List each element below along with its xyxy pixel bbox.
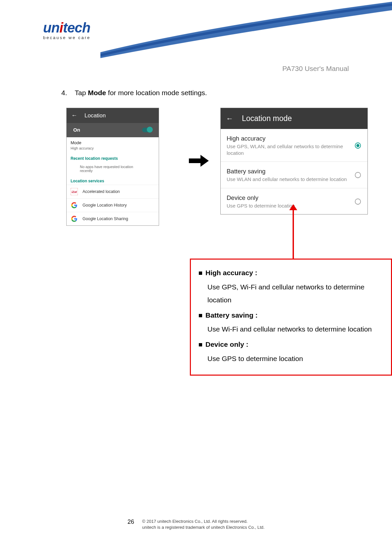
location-toggle-row[interactable]: On bbox=[67, 123, 159, 137]
callout-label: Device only : bbox=[205, 340, 249, 348]
option-title: Battery saving bbox=[227, 168, 347, 175]
step-text-bold: Mode bbox=[88, 89, 106, 96]
radio-option-device-only[interactable]: Device only Use GPS to determine locatio… bbox=[221, 188, 367, 214]
qualcomm-icon: iZat bbox=[71, 188, 78, 195]
copyright-line-2: unitech is a registered trademark of uni… bbox=[142, 525, 264, 530]
screenshot-location-mode: ← Location mode High accuracy Use GPS, W… bbox=[220, 108, 368, 214]
logo: unitech because we care bbox=[43, 20, 90, 40]
appbar-title: Location bbox=[84, 112, 106, 119]
radio-unselected-icon[interactable] bbox=[354, 198, 362, 205]
toggle-switch-icon[interactable] bbox=[142, 128, 152, 132]
logo-text-post: tech bbox=[63, 20, 90, 35]
bullet-icon bbox=[199, 272, 202, 275]
google-icon bbox=[71, 215, 78, 222]
document-title: PA730 User's Manual bbox=[282, 65, 349, 73]
mode-value: High accuracy bbox=[67, 146, 159, 153]
radio-option-battery-saving[interactable]: Battery saving Use WLAN and cellular net… bbox=[221, 162, 367, 188]
appbar: ← Location mode bbox=[221, 108, 367, 129]
svg-point-6 bbox=[355, 172, 361, 178]
callout-item: Device only : bbox=[197, 338, 385, 351]
back-arrow-icon[interactable]: ← bbox=[226, 114, 233, 123]
logo-tagline: because we care bbox=[43, 35, 90, 40]
location-services-header: Location services bbox=[67, 176, 159, 185]
mode-label[interactable]: Mode bbox=[67, 137, 159, 146]
bullet-icon bbox=[199, 343, 202, 346]
list-item-label: Accelerated location bbox=[83, 189, 120, 194]
copyright-line-1: © 2017 unitech Electronics Co., Ltd. All… bbox=[142, 519, 248, 524]
callout-desc: Use GPS to determine location bbox=[207, 352, 385, 365]
radio-option-high-accuracy[interactable]: High accuracy Use GPS, WLAN, and cellula… bbox=[221, 129, 367, 162]
option-desc: Use GPS, WLAN, and cellular networks to … bbox=[227, 143, 351, 156]
option-desc: Use WLAN and cellular networks to determ… bbox=[227, 176, 347, 183]
svg-rect-2 bbox=[189, 158, 200, 163]
page-footer: 26 © 2017 unitech Electronics Co., Ltd. … bbox=[0, 518, 392, 530]
page-number: 26 bbox=[128, 518, 134, 525]
callout-label: High accuracy : bbox=[205, 269, 257, 276]
list-item-label: Google Location Sharing bbox=[83, 216, 128, 221]
option-desc: Use GPS to determine location bbox=[227, 203, 295, 209]
back-arrow-icon[interactable]: ← bbox=[71, 112, 77, 119]
radio-selected-icon[interactable] bbox=[354, 142, 362, 149]
option-title: Device only bbox=[227, 194, 295, 202]
list-item[interactable]: Google Location Sharing bbox=[67, 212, 159, 225]
step-number: 4. bbox=[61, 89, 73, 97]
callout-label: Battery saving : bbox=[205, 311, 258, 319]
svg-text:iZat: iZat bbox=[72, 190, 77, 194]
arrow-right-icon bbox=[189, 154, 209, 167]
callout-box: High accuracy : Use GPS, Wi-Fi and cellu… bbox=[190, 259, 392, 376]
logo-text-pre: un bbox=[43, 20, 59, 35]
callout-item: High accuracy : bbox=[197, 266, 385, 279]
location-on-label: On bbox=[73, 127, 80, 133]
logo-dot-icon: i bbox=[59, 20, 63, 35]
list-item[interactable]: iZat Accelerated location bbox=[67, 185, 159, 198]
bullet-icon bbox=[199, 314, 202, 317]
option-title: High accuracy bbox=[227, 135, 351, 142]
list-item-label: Google Location History bbox=[83, 203, 127, 208]
callout-desc: Use GPS, Wi-Fi and cellular networks to … bbox=[207, 281, 385, 307]
instruction-step: 4. Tap Mode for more location mode setti… bbox=[61, 89, 207, 97]
list-item[interactable]: Google Location History bbox=[67, 198, 159, 212]
google-icon bbox=[71, 202, 78, 209]
radio-unselected-icon[interactable] bbox=[354, 171, 362, 179]
callout-arrow-line bbox=[293, 207, 294, 259]
step-text-pre: Tap bbox=[75, 89, 88, 96]
callout-desc: Use Wi-Fi and cellular networks to deter… bbox=[207, 323, 385, 336]
step-text-post: for more location mode settings. bbox=[106, 89, 207, 96]
appbar-title: Location mode bbox=[242, 114, 292, 123]
callout-item: Battery saving : bbox=[197, 309, 385, 322]
header-decorative-swoosh bbox=[100, 0, 392, 63]
recent-requests-info: No apps have requested location recently bbox=[67, 162, 159, 176]
svg-point-7 bbox=[355, 199, 361, 205]
screenshot-location-settings: ← Location On Mode High accuracy Recent … bbox=[66, 108, 159, 226]
recent-requests-header: Recent location requests bbox=[67, 153, 159, 162]
svg-point-5 bbox=[356, 144, 359, 147]
appbar: ← Location bbox=[67, 108, 159, 123]
svg-marker-3 bbox=[200, 155, 209, 167]
